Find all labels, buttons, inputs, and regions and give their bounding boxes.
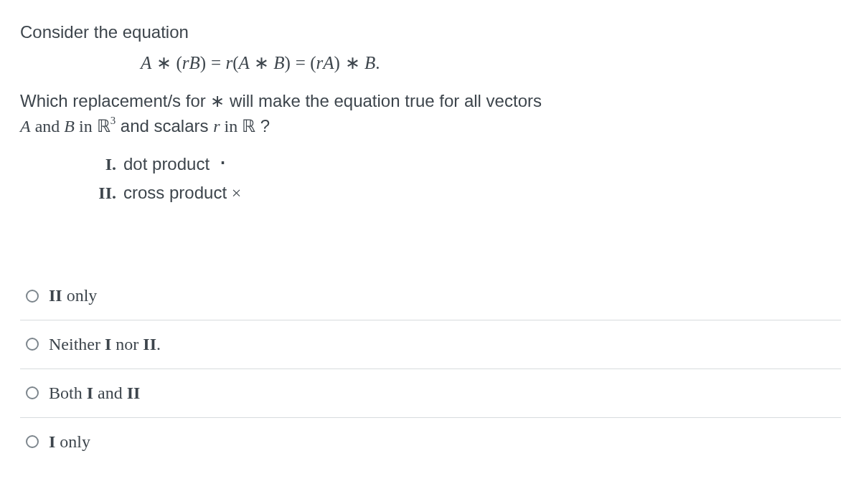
list-item: II. cross product × [92, 181, 841, 206]
list-text-2: cross product [123, 181, 227, 206]
answer-label: II only [49, 283, 97, 308]
question-block: Consider the equation A ∗ (rB) = r(A ∗ B… [20, 20, 841, 206]
question-intro: Consider the equation [20, 20, 841, 45]
prompt-line1: Which replacement/s for ∗ will make the … [20, 91, 542, 110]
prompt-scalars: and scalars [116, 116, 213, 135]
prompt-A: A [20, 117, 31, 135]
prompt-and: and [31, 117, 65, 135]
prompt-in: in [75, 117, 97, 135]
radio-icon [26, 386, 39, 399]
answer-option-i-only[interactable]: I only [20, 417, 841, 466]
prompt-qmark: ? [255, 116, 270, 135]
answer-option-both[interactable]: Both I and II [20, 369, 841, 417]
question-prompt: Which replacement/s for ∗ will make the … [20, 89, 841, 139]
prompt-B: B [64, 117, 75, 135]
prompt-R: ℝ [242, 117, 255, 135]
prompt-R3: ℝ [97, 117, 110, 135]
prompt-inR: in [220, 117, 243, 135]
equation: A ∗ (rB) = r(A ∗ B) = (rA) ∗ B. [20, 49, 841, 76]
answer-option-neither[interactable]: Neither I nor II. [20, 320, 841, 369]
list-text-1: dot product [123, 152, 210, 177]
answer-label: Both I and II [49, 381, 140, 406]
roman-list: I. dot product · II. cross product × [20, 152, 841, 206]
list-numeral-1: I. [92, 152, 116, 177]
radio-icon [26, 290, 39, 303]
answer-label: Neither I nor II. [49, 332, 161, 357]
radio-icon [26, 338, 39, 351]
cross-product-icon: × [232, 181, 242, 206]
answer-choices: II only Neither I nor II. Both I and II … [20, 272, 841, 465]
prompt-r: r [213, 117, 220, 135]
list-numeral-2: II. [92, 181, 116, 206]
answer-option-ii-only[interactable]: II only [20, 272, 841, 320]
prompt-exp: 3 [110, 115, 116, 126]
radio-icon [26, 435, 39, 448]
answer-label: I only [49, 429, 90, 455]
list-item: I. dot product · [92, 152, 841, 177]
